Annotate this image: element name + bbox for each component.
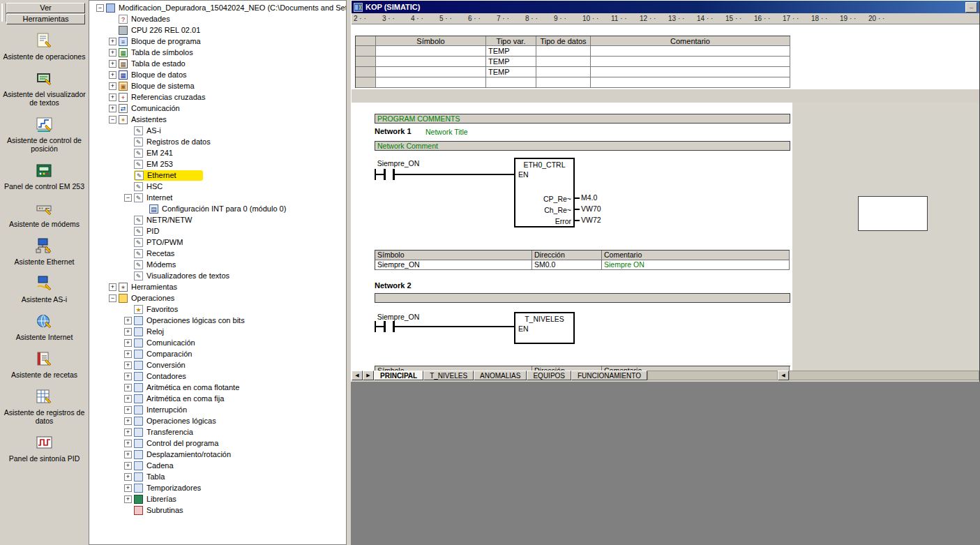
horizontal-scrollbar[interactable] <box>789 371 979 380</box>
tree-item-registros-de-datos[interactable]: ✎Registros de datos <box>89 136 346 147</box>
tree-item-as-i[interactable]: ✎AS-i <box>89 125 346 136</box>
expand-plus-icon[interactable]: + <box>124 473 132 481</box>
ver-button[interactable]: Ver <box>6 3 85 13</box>
tree-item-recetas[interactable]: ✎Recetas <box>89 248 346 259</box>
tree-item-configuraci-n-int-para-0-m-dulo-0[interactable]: ▤Configuración INT para 0 (módulo 0) <box>89 203 346 214</box>
expand-plus-icon[interactable]: + <box>124 350 132 358</box>
t-niveles-box[interactable]: T_NIVELES EN <box>514 312 575 344</box>
expand-plus-icon[interactable]: + <box>109 94 116 101</box>
toolbar-item-asistente-de-operaciones[interactable]: Asistente de operaciones <box>1 32 88 61</box>
tree-item-asistentes[interactable]: −✶Asistentes <box>89 114 346 125</box>
toolbar-item-asistente-internet[interactable]: Asistente Internet <box>1 313 88 341</box>
network2-comment-bar[interactable] <box>375 293 790 303</box>
tab-funcionamiento[interactable]: FUNCIONAMIENTO <box>571 371 647 380</box>
tree-item-comunicaci-n[interactable]: +⇄Comunicación <box>89 103 346 114</box>
toolbar-item-panel-de-control-em-253[interactable]: Panel de control EM 253 <box>1 162 88 191</box>
var-table-cell[interactable] <box>486 77 536 88</box>
expand-plus-icon[interactable]: + <box>109 60 116 68</box>
tree-item-modificacion-depuradora-15042024-neo-c-documents-and-set[interactable]: −Modificacion_Depuradora_15042024_NEO (C… <box>89 2 346 13</box>
expand-plus-icon[interactable]: + <box>109 105 116 112</box>
herramientas-button[interactable]: Herramientas <box>6 14 85 24</box>
kop-titlebar[interactable]: KOP (SIMATIC) _ <box>352 1 979 13</box>
expand-plus-icon[interactable]: + <box>124 328 132 336</box>
expand-plus-icon[interactable]: + <box>124 495 132 503</box>
minimize-button[interactable]: _ <box>965 2 977 13</box>
tree-item-aritm-tica-en-coma-fija[interactable]: +Aritmética en coma fija <box>89 393 346 404</box>
var-table-cell[interactable] <box>591 57 790 67</box>
expand-plus-icon[interactable]: + <box>124 428 132 436</box>
hscroll-left-button[interactable]: ◀ <box>778 371 789 380</box>
tree-item-referencias-cruzadas[interactable]: ++Referencias cruzadas <box>89 91 346 103</box>
tree-item-hsc[interactable]: ✎HSC <box>89 181 346 192</box>
var-table-cell[interactable] <box>536 57 591 67</box>
tree-item-em-241[interactable]: ✎EM 241 <box>89 147 346 158</box>
tree-item-visualizadores-de-textos[interactable]: ✎Visualizadores de textos <box>89 270 346 281</box>
var-table-cell[interactable] <box>376 77 486 88</box>
horizontal-splitter[interactable] <box>352 89 979 103</box>
output-operand[interactable]: M4.0 <box>581 193 597 202</box>
tree-item-desplazamiento-rotaci-n[interactable]: +Desplazamiento/rotación <box>89 449 346 460</box>
variable-table[interactable]: SímboloTipo var.Tipo de datosComentarioT… <box>355 36 790 88</box>
tree-item-reloj[interactable]: +Reloj <box>89 326 346 337</box>
expand-plus-icon[interactable]: + <box>124 361 132 369</box>
toolbar-item-asistente-de-registros-de-datos[interactable]: Asistente de registros de datos <box>1 388 88 425</box>
output-operand[interactable]: VW72 <box>581 216 601 224</box>
empty-selection-box[interactable] <box>858 196 928 231</box>
network1-comment-bar[interactable]: Network Comment <box>375 141 790 151</box>
tab-scroll-right-button[interactable]: ▶ <box>363 371 374 380</box>
collapse-minus-icon[interactable]: − <box>109 116 116 124</box>
toolbar-item-asistente-ethernet[interactable]: Asistente Ethernet <box>1 237 88 266</box>
var-table-cell[interactable]: TEMP <box>486 57 536 67</box>
expand-plus-icon[interactable]: + <box>124 484 132 492</box>
tree-item-m-dems[interactable]: ✎Módems <box>89 259 346 270</box>
expand-plus-icon[interactable]: + <box>124 440 132 447</box>
tree-item-interrupci-n[interactable]: +Interrupción <box>89 404 346 415</box>
tree-item-bloque-de-datos[interactable]: +▦Bloque de datos <box>89 69 346 80</box>
tree-item-internet[interactable]: −✎Internet <box>89 192 346 203</box>
tab-principal[interactable]: PRINCIPAL <box>374 371 423 380</box>
var-table-cell[interactable] <box>376 46 486 57</box>
collapse-minus-icon[interactable]: − <box>109 294 116 302</box>
tree-item-ethernet[interactable]: ✎Ethernet <box>89 170 346 181</box>
toolbar-item-asistente-de-m-dems[interactable]: Asistente de módems <box>1 200 88 228</box>
collapse-minus-icon[interactable]: − <box>124 194 132 202</box>
program-comments-bar[interactable]: PROGRAM COMMENTS <box>375 114 790 124</box>
tab-anomalias[interactable]: ANOMALIAS <box>474 371 527 380</box>
network1-contact-operand[interactable]: Siempre_ON <box>373 159 423 167</box>
toolbar-item-asistente-de-recetas[interactable]: Asistente de recetas <box>1 350 88 379</box>
tree-item-operaciones[interactable]: −Operaciones <box>89 292 346 304</box>
tree-item-tabla[interactable]: +Tabla <box>89 471 346 482</box>
tree-item-contadores[interactable]: +Contadores <box>89 371 346 382</box>
tree-item-em-253[interactable]: ✎EM 253 <box>89 158 346 170</box>
toolbar-item-panel-de-sinton-a-pid[interactable]: Panel de sintonía PID <box>1 434 88 463</box>
tree-item-cpu-226-rel-02-01[interactable]: CPU 226 REL 02.01 <box>89 24 346 36</box>
toolbar-item-asistente-as-i[interactable]: Asistente AS-i <box>1 275 88 304</box>
var-table-cell[interactable] <box>536 67 591 77</box>
expand-plus-icon[interactable]: + <box>124 406 132 414</box>
expand-plus-icon[interactable]: + <box>124 339 132 347</box>
var-table-cell[interactable]: TEMP <box>486 67 536 77</box>
tree-item-subrutinas[interactable]: Subrutinas <box>89 505 346 516</box>
expand-plus-icon[interactable]: + <box>124 417 132 425</box>
var-table-cell[interactable] <box>591 67 790 77</box>
eth0-ctrl-box[interactable]: ETH0_CTRL EN CP_Re~ Ch_Re~ Error <box>514 158 575 227</box>
var-table-cell[interactable] <box>591 77 790 88</box>
tree-item-tabla-de-s-mbolos[interactable]: +▦Tabla de símbolos <box>89 47 346 58</box>
expand-plus-icon[interactable]: + <box>109 49 116 57</box>
tab-equipos[interactable]: EQUIPOS <box>527 371 571 380</box>
expand-plus-icon[interactable]: + <box>124 373 132 380</box>
expand-plus-icon[interactable]: + <box>109 38 116 45</box>
contact-bar[interactable] <box>384 321 386 332</box>
expand-plus-icon[interactable]: + <box>124 395 132 403</box>
tree-item-operaciones-l-gicas[interactable]: +Operaciones lógicas <box>89 415 346 426</box>
var-table-cell[interactable] <box>591 46 790 57</box>
tree-item-conversi-n[interactable]: +Conversión <box>89 359 346 371</box>
var-table-cell[interactable] <box>376 67 486 77</box>
tree-item-cadena[interactable]: +Cadena <box>89 460 346 471</box>
collapse-minus-icon[interactable]: − <box>96 4 104 12</box>
tree-item-novedades[interactable]: ?Novedades <box>89 13 346 24</box>
tree-item-temporizadores[interactable]: +Temporizadores <box>89 482 346 493</box>
var-table-cell[interactable] <box>536 46 591 57</box>
tree-item-transferencia[interactable]: +Transferencia <box>89 426 346 438</box>
tree-item-comunicaci-n[interactable]: +Comunicación <box>89 337 346 348</box>
